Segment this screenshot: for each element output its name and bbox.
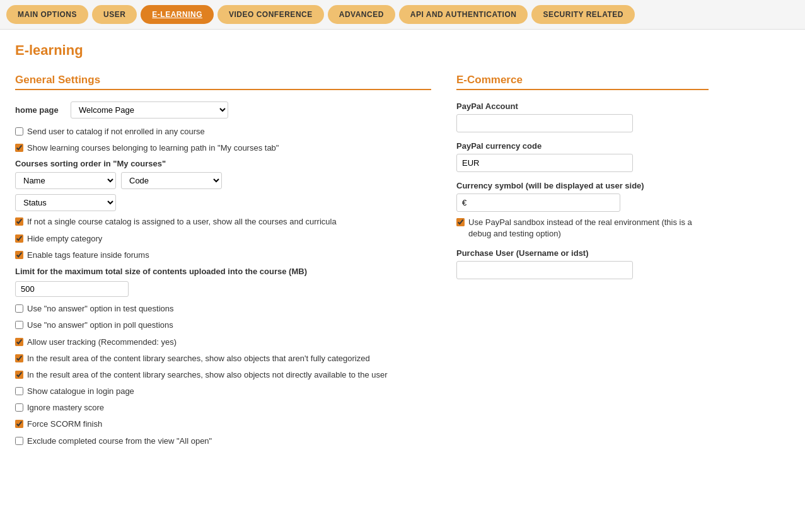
label-no-answer-test: Use "no answer" option in test questions [27,303,174,315]
sandbox-label: Use PayPal sandbox instead of the real e… [468,217,709,240]
checkbox-row-no-answer-poll: Use "no answer" option in poll questions [15,320,431,331]
label-allow-tracking: Allow user tracking (Recommended: yes) [27,337,177,348]
label-show-learning-courses: Show learning courses belonging to learn… [27,142,279,154]
general-settings-title: General Settings [15,74,431,90]
page-content: E-learning General Settings home page We… [0,30,805,465]
checkbox-ignore-mastery[interactable] [15,403,23,412]
home-page-select[interactable]: Welcome PageCatalogDashboard [71,101,228,119]
checkbox-send-user-catalog[interactable] [15,127,23,136]
nav-tab-video-conference[interactable]: VIDEO CONFERENCE [217,5,324,24]
checkbox-row-show-learning-courses: Show learning courses belonging to learn… [15,142,431,154]
label-exclude-completed: Exclude completed course from the view "… [27,436,212,447]
checkbox-no-answer-test[interactable] [15,304,23,313]
label-if-not-single: If not a single course catalog is assign… [27,216,337,228]
ecommerce-title: E-Commerce [456,74,709,90]
sort-select-name[interactable]: Name [15,172,116,189]
checkbox-row-exclude-completed: Exclude completed course from the view "… [15,436,431,447]
label-force-scorm: Force SCORM finish [27,419,102,430]
purchase-user-input[interactable] [456,261,633,279]
checkbox-row-result-area-fully: In the result area of the content librar… [15,353,431,364]
label-no-answer-poll: Use "no answer" option in poll questions [27,320,173,331]
checkbox-allow-tracking[interactable] [15,338,23,346]
checkbox-if-not-single[interactable] [15,217,23,226]
label-show-catalogue: Show catalogue in login page [27,386,134,397]
checkbox-exclude-completed[interactable] [15,437,23,445]
checkbox-row-if-not-single: If not a single course catalog is assign… [15,216,431,228]
sort-row-2: Status [15,194,431,211]
paypal-currency-input[interactable] [456,154,633,172]
sort-select-code[interactable]: Code [121,172,222,189]
page-title: E-learning [15,42,790,59]
checkbox-result-area-fully[interactable] [15,354,23,362]
checkbox-row-force-scorm: Force SCORM finish [15,419,431,430]
paypal-account-label: PayPal Account [456,101,709,111]
main-layout: General Settings home page Welcome PageC… [15,74,790,452]
checkbox-show-learning-courses[interactable] [15,144,23,152]
checkbox-row-hide-empty: Hide empty category [15,233,431,245]
checkbox-row-show-catalogue: Show catalogue in login page [15,386,431,397]
checkbox-force-scorm[interactable] [15,420,23,428]
sandbox-checkbox[interactable] [456,218,465,226]
label-hide-empty: Hide empty category [27,233,102,245]
nav-tab-advanced[interactable]: ADVANCED [328,5,395,24]
checkboxes-group1: Send user to catalog if not enrolled in … [15,126,431,154]
home-page-label: home page [15,105,66,115]
checkbox-row-result-area-available: In the result area of the content librar… [15,369,431,381]
currency-symbol-input[interactable] [456,194,620,212]
sandbox-checkbox-row: Use PayPal sandbox instead of the real e… [456,217,709,240]
checkbox-row-allow-tracking: Allow user tracking (Recommended: yes) [15,337,431,348]
home-page-row: home page Welcome PageCatalogDashboard [15,101,431,119]
nav-tab-api-auth[interactable]: API AND AUTHENTICATION [399,5,528,24]
left-column: General Settings home page Welcome PageC… [15,74,431,452]
checkbox-hide-empty[interactable] [15,234,23,243]
checkbox-enable-tags[interactable] [15,251,23,259]
nav-tab-user[interactable]: USER [92,5,137,24]
label-result-area-fully: In the result area of the content librar… [27,353,370,364]
currency-symbol-label: Currency symbol (will be displayed at us… [456,181,709,190]
checkbox-no-answer-poll[interactable] [15,321,23,329]
paypal-account-input[interactable] [456,114,633,132]
checkbox-row-enable-tags: Enable tags feature inside forums [15,250,431,261]
paypal-currency-label: PayPal currency code [456,141,709,151]
nav-tab-e-learning[interactable]: E-LEARNING [141,5,214,24]
purchase-user-label: Purchase User (Username or idst) [456,248,709,258]
nav-tab-security[interactable]: SECURITY RELATED [531,5,635,24]
sort-row-1: Name Code [15,172,431,189]
checkbox-row-ignore-mastery: Ignore mastery score [15,402,431,413]
limit-input[interactable] [15,281,129,297]
checkbox-row-no-answer-test: Use "no answer" option in test questions [15,303,431,315]
label-result-area-available: In the result area of the content librar… [27,369,388,381]
checkbox-row-send-user-catalog: Send user to catalog if not enrolled in … [15,126,431,137]
label-send-user-catalog: Send user to catalog if not enrolled in … [27,126,205,137]
sort-select-status[interactable]: Status [15,194,116,211]
label-ignore-mastery: Ignore mastery score [27,402,104,413]
checkboxes-group2: If not a single course catalog is assign… [15,216,431,261]
top-navigation: MAIN OPTIONSUSERE-LEARNINGVIDEO CONFEREN… [0,0,805,30]
checkbox-show-catalogue[interactable] [15,387,23,395]
checkboxes-group3: Use "no answer" option in test questions… [15,303,431,447]
right-column: E-Commerce PayPal Account PayPal currenc… [456,74,709,452]
nav-tab-main-options[interactable]: MAIN OPTIONS [6,5,88,24]
limit-label: Limit for the maximum total size of cont… [15,266,431,277]
checkbox-result-area-available[interactable] [15,371,23,379]
sorting-label: Courses sorting order in "My courses" [15,159,431,168]
label-enable-tags: Enable tags feature inside forums [27,250,149,261]
